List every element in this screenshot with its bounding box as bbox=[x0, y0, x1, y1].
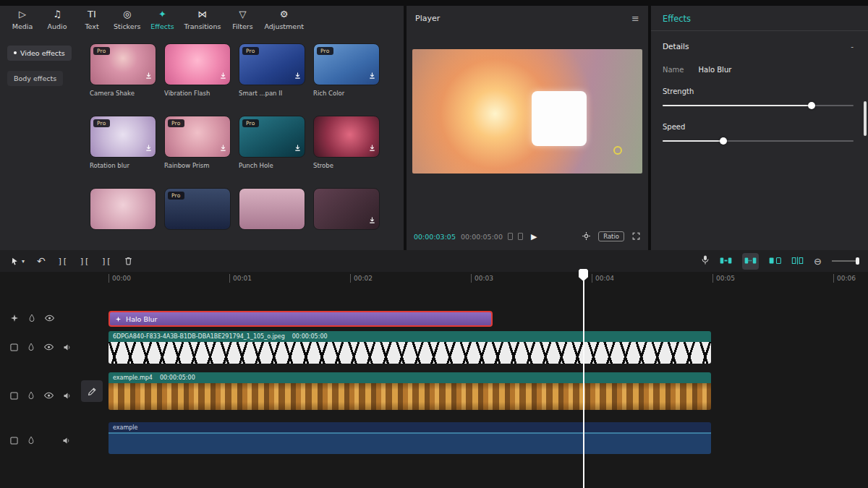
eye-icon[interactable] bbox=[44, 343, 54, 351]
effect-card-punch-hole[interactable]: Pro Punch Hole bbox=[239, 116, 305, 169]
current-time: 00:00:03:05 bbox=[414, 233, 456, 241]
droplet-icon[interactable] bbox=[27, 391, 35, 400]
active-dot bbox=[14, 51, 17, 54]
ratio-button[interactable]: Ratio bbox=[598, 231, 624, 241]
effect-thumbnail: Pro bbox=[239, 116, 305, 158]
video-clip[interactable]: example.mp4 00:00:05:00 bbox=[109, 372, 711, 410]
player-menu-icon[interactable]: ≡ bbox=[631, 13, 639, 24]
sidebar-item-label: Video effects bbox=[20, 49, 65, 57]
adjustment-icon: ⚙ bbox=[280, 9, 289, 20]
effect-clip-halo-blur[interactable]: Halo Blur bbox=[109, 311, 493, 327]
download-icon bbox=[368, 69, 376, 82]
player-controls: 00:00:03:05 00:00:05:00 ▶ Ratio bbox=[414, 229, 641, 244]
pro-badge: Pro bbox=[93, 47, 110, 55]
pro-badge: Pro bbox=[93, 119, 110, 127]
tab-label: Media bbox=[12, 22, 33, 30]
video-editor-app: ▷Media ♫Audio TIText ◎Stickers ✦Effects … bbox=[0, 0, 868, 488]
effect-thumbnail: Pro bbox=[90, 116, 156, 158]
undo-button[interactable]: ↶ bbox=[37, 255, 46, 267]
speed-slider-handle[interactable] bbox=[720, 137, 727, 145]
record-voiceover-button[interactable] bbox=[701, 254, 710, 268]
download-icon bbox=[368, 141, 376, 155]
snap-preview-icon[interactable] bbox=[582, 231, 591, 242]
effect-card-rotation-blur[interactable]: Pro Rotation blur bbox=[90, 116, 156, 169]
eye-icon[interactable] bbox=[44, 392, 54, 399]
effect-card-10[interactable]: Pro bbox=[164, 188, 231, 234]
video-preview[interactable] bbox=[412, 49, 642, 174]
pro-badge: Pro bbox=[242, 47, 259, 55]
delete-button[interactable] bbox=[124, 256, 133, 266]
pro-badge: Pro bbox=[317, 47, 333, 55]
effect-card-9[interactable] bbox=[90, 188, 156, 234]
mute-icon[interactable] bbox=[63, 343, 72, 351]
effect-thumbnail: Pro bbox=[164, 188, 231, 230]
tab-adjustment[interactable]: ⚙Adjustment bbox=[260, 9, 307, 30]
droplet-icon[interactable] bbox=[27, 343, 35, 351]
tab-label: Audio bbox=[47, 22, 67, 30]
preview-quality-toggle-2[interactable] bbox=[518, 233, 523, 240]
tab-media[interactable]: ▷Media bbox=[6, 9, 39, 30]
download-icon bbox=[294, 141, 302, 155]
ruler-tick: 00:01 bbox=[229, 274, 252, 283]
zoom-out-icon[interactable]: ⊖ bbox=[814, 256, 822, 267]
ruler-tick: 00:06 bbox=[833, 274, 856, 283]
effect-thumbnail bbox=[90, 188, 156, 230]
speed-label: Speed bbox=[651, 109, 868, 131]
clip-track-icon bbox=[10, 437, 18, 445]
edit-clip-button[interactable] bbox=[81, 380, 103, 402]
split-right-button[interactable]: ][ bbox=[101, 257, 111, 266]
pro-badge: Pro bbox=[168, 192, 184, 200]
timeline-zoom-slider[interactable] bbox=[832, 260, 858, 262]
effect-label: Smart ...pan II bbox=[239, 90, 305, 97]
effect-card-vibration-flash[interactable]: Vibration Flash bbox=[164, 43, 231, 97]
tab-text[interactable]: TIText bbox=[75, 9, 109, 30]
strength-slider[interactable] bbox=[663, 102, 854, 109]
droplet-icon[interactable] bbox=[27, 436, 35, 445]
droplet-icon[interactable] bbox=[28, 314, 35, 322]
fullscreen-icon[interactable] bbox=[631, 231, 641, 242]
strength-slider-handle[interactable] bbox=[808, 102, 815, 109]
pro-badge: Pro bbox=[168, 119, 184, 127]
effect-card-12[interactable] bbox=[313, 188, 380, 234]
split-preview-button[interactable] bbox=[791, 254, 804, 268]
timeline-ruler[interactable]: 00:00 00:01 00:02 00:03 00:04 00:05 00:0… bbox=[0, 273, 868, 285]
collapse-icon[interactable]: - bbox=[851, 42, 854, 51]
eye-icon[interactable] bbox=[45, 314, 54, 322]
split-button[interactable]: ][ bbox=[80, 257, 89, 266]
tab-label: Effects bbox=[150, 22, 174, 30]
effect-card-11[interactable] bbox=[239, 188, 305, 234]
mute-icon[interactable] bbox=[62, 437, 71, 445]
select-tool-button[interactable]: ▾ bbox=[10, 257, 25, 266]
mute-icon[interactable] bbox=[63, 392, 72, 400]
effect-thumbnail bbox=[313, 116, 380, 158]
image-clip-duration: 00:00:05:00 bbox=[292, 333, 328, 340]
effect-card-rainbow-prism[interactable]: Pro Rainbow Prism bbox=[164, 116, 231, 169]
tab-effects[interactable]: ✦Effects bbox=[145, 9, 179, 30]
preview-quality-toggle[interactable] bbox=[508, 233, 513, 240]
auto-link-button[interactable] bbox=[742, 253, 759, 270]
sidebar-item-body-effects[interactable]: Body effects bbox=[7, 71, 63, 86]
speed-slider[interactable] bbox=[663, 137, 854, 145]
split-left-button[interactable]: ][ bbox=[58, 257, 67, 266]
effect-card-camera-shake[interactable]: Pro Camera Shake bbox=[90, 43, 156, 97]
mic-icon bbox=[701, 254, 710, 265]
play-button[interactable]: ▶ bbox=[531, 232, 537, 241]
effect-thumbnail: Pro bbox=[164, 116, 231, 158]
magnetic-snap-button[interactable] bbox=[720, 254, 732, 268]
audio-clip[interactable]: example bbox=[109, 422, 711, 454]
tab-filters[interactable]: ▽Filters bbox=[226, 9, 259, 30]
tab-transitions[interactable]: ⋈Transitions bbox=[180, 9, 224, 30]
effect-card-rich-color[interactable]: Pro Rich Color bbox=[313, 43, 380, 97]
keyframe-button[interactable] bbox=[769, 254, 781, 268]
playhead-line[interactable] bbox=[583, 272, 584, 488]
tab-label: Adjustment bbox=[264, 22, 304, 30]
tab-audio[interactable]: ♫Audio bbox=[41, 9, 74, 30]
zoom-slider-handle[interactable] bbox=[856, 257, 859, 265]
image-clip[interactable]: 6DPGA840-F833-4A3B-B1DB-DBA1BE291794_1_1… bbox=[109, 331, 711, 364]
effect-card-strobe[interactable]: Strobe bbox=[313, 116, 380, 169]
tab-stickers[interactable]: ◎Stickers bbox=[110, 9, 144, 30]
sidebar-item-video-effects[interactable]: Video effects bbox=[7, 46, 72, 61]
effect-card-smart-pan[interactable]: Pro Smart ...pan II bbox=[239, 43, 305, 97]
panel-scrollbar[interactable] bbox=[864, 101, 867, 136]
slider-fill bbox=[663, 140, 723, 142]
